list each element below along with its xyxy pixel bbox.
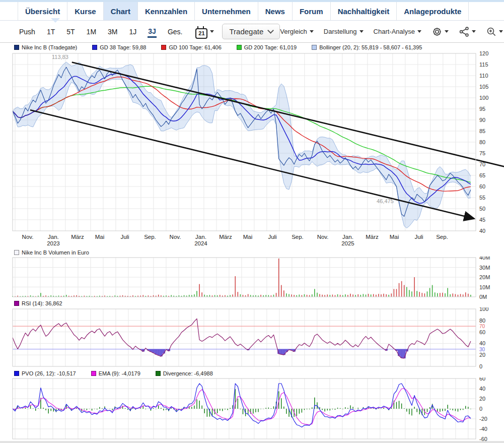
svg-text:46,475: 46,475 xyxy=(377,198,394,204)
legend-item: EMA (9): -4,0179 xyxy=(91,370,140,376)
legend-swatch xyxy=(14,371,19,376)
legend-item: Bollinger (20, 2): 55,819 - 58,607 - 61,… xyxy=(312,44,422,50)
gear-icon xyxy=(431,26,443,37)
chevron-down-icon xyxy=(210,30,214,33)
share-button[interactable] xyxy=(459,26,476,37)
svg-text:Sep.: Sep. xyxy=(436,234,448,240)
range-3m[interactable]: 3M xyxy=(107,26,118,38)
svg-text:45: 45 xyxy=(479,217,485,223)
range-selector: 1T5T1M3M1J3JGes. xyxy=(46,25,183,38)
svg-text:85: 85 xyxy=(479,128,485,134)
legend-item: Nike Inc B (Tradegate) xyxy=(14,44,77,50)
legend-label: GD 100 Tage: 61,406 xyxy=(169,44,221,50)
legend-label: RSI (14): 36,862 xyxy=(22,300,62,306)
zoom-button[interactable] xyxy=(486,26,503,37)
range-1t[interactable]: 1T xyxy=(46,26,55,38)
toolbar-right-group: VergleichDarstellungChart-Analyse xyxy=(280,26,504,37)
legend-label: EMA (9): -4,0179 xyxy=(99,370,140,376)
calendar-day-label: 21 xyxy=(195,28,207,39)
chevron-down-icon xyxy=(472,30,476,33)
range-ges[interactable]: Ges. xyxy=(167,26,183,38)
svg-text:Sep.: Sep. xyxy=(144,234,156,240)
tab-nachhaltigkeit[interactable]: Nachhaltigkeit xyxy=(331,2,397,20)
main-nav: ÜbersichtKurseChartKennzahlenUnternehmen… xyxy=(0,2,504,21)
range-5t[interactable]: 5T xyxy=(66,26,75,38)
svg-text:-40: -40 xyxy=(479,426,487,432)
svg-text:2023: 2023 xyxy=(47,240,60,246)
settings-button[interactable] xyxy=(431,26,449,37)
svg-text:2025: 2025 xyxy=(341,240,354,246)
legend-item: GD 100 Tage: 61,406 xyxy=(161,44,221,50)
rsi-legend: RSI (14): 36,862 xyxy=(0,299,504,307)
calendar-icon: 21 xyxy=(195,26,207,37)
exchange-select[interactable]: Tradegate xyxy=(222,24,280,39)
svg-text:40: 40 xyxy=(479,386,485,392)
chevron-down-icon xyxy=(267,27,274,34)
svg-text:Mai: Mai xyxy=(390,234,399,240)
svg-text:Mai: Mai xyxy=(95,234,105,240)
svg-text:50: 50 xyxy=(479,206,485,212)
menu-label: Vergleich xyxy=(280,28,307,35)
svg-text:70: 70 xyxy=(479,161,485,167)
legend-label: Nike Inc B (Tradegate) xyxy=(22,44,77,50)
svg-text:Juli: Juli xyxy=(120,234,129,240)
legend-label: Nike Inc B Volumen in Euro xyxy=(22,249,89,256)
range-3j[interactable]: 3J xyxy=(148,25,157,38)
legend-label: PVO (26, 12): -10,517 xyxy=(22,370,76,376)
range-1j[interactable]: 1J xyxy=(129,26,137,38)
tab-anlageprodukte[interactable]: Anlageprodukte xyxy=(397,2,469,20)
tab-kennzahlen[interactable]: Kennzahlen xyxy=(138,2,195,20)
svg-text:80: 80 xyxy=(479,139,485,145)
svg-text:110: 110 xyxy=(479,73,488,79)
menu-vergleich[interactable]: Vergleich xyxy=(280,28,313,35)
svg-text:Juli: Juli xyxy=(268,234,276,240)
legend-swatch xyxy=(14,250,19,255)
bottom-strip xyxy=(0,441,504,443)
menu-darstellung[interactable]: Darstellung xyxy=(324,28,364,35)
legend-swatch xyxy=(156,371,161,376)
tab-ubersicht[interactable]: Übersicht xyxy=(18,2,67,20)
svg-text:105: 105 xyxy=(479,84,488,90)
svg-text:0: 0 xyxy=(479,406,482,412)
push-toggle[interactable]: Push xyxy=(19,28,35,36)
price-chart-legend: Nike Inc B (Tradegate)GD 38 Tage: 59,88G… xyxy=(0,43,504,51)
legend-item: GD 200 Tage: 61,019 xyxy=(237,44,297,50)
svg-text:80: 80 xyxy=(479,318,485,324)
svg-text:-60: -60 xyxy=(479,436,487,441)
tab-forum[interactable]: Forum xyxy=(293,2,331,20)
svg-text:113,83: 113,83 xyxy=(52,54,68,60)
exchange-label: Tradegate xyxy=(229,27,263,36)
svg-text:Nov.: Nov. xyxy=(317,234,329,240)
zoom-in-icon xyxy=(486,26,497,37)
svg-text:Mai: Mai xyxy=(243,234,253,240)
svg-text:70: 70 xyxy=(479,324,485,329)
svg-text:Nov.: Nov. xyxy=(170,234,181,240)
tab-unternehmen[interactable]: Unternehmen xyxy=(195,2,258,20)
svg-text:65: 65 xyxy=(479,172,485,178)
volume-chart: 40M30M20M10M0M xyxy=(0,257,504,299)
menu-chart-analyse[interactable]: Chart-Analyse xyxy=(374,28,421,35)
tab-news[interactable]: News xyxy=(258,2,293,20)
svg-text:60: 60 xyxy=(479,329,485,335)
svg-text:95: 95 xyxy=(479,106,485,112)
chevron-down-icon xyxy=(359,30,364,33)
legend-label: GD 38 Tage: 59,88 xyxy=(100,44,146,50)
tab-kurse[interactable]: Kurse xyxy=(67,2,104,20)
svg-text:60: 60 xyxy=(479,377,485,382)
tab-chart[interactable]: Chart xyxy=(104,2,138,20)
legend-swatch xyxy=(237,45,242,50)
legend-swatch xyxy=(14,301,19,306)
svg-text:30: 30 xyxy=(479,347,485,352)
svg-text:-20: -20 xyxy=(479,416,487,422)
svg-text:90: 90 xyxy=(479,117,485,123)
chevron-down-icon xyxy=(310,30,314,33)
svg-text:0M: 0M xyxy=(479,294,487,299)
pvo-legend: PVO (26, 12): -10,517EMA (9): -4,0179Div… xyxy=(0,369,504,377)
legend-swatch xyxy=(161,45,166,50)
range-1m[interactable]: 1M xyxy=(86,26,97,38)
legend-item: RSI (14): 36,862 xyxy=(14,300,62,306)
legend-swatch xyxy=(312,45,317,50)
date-range-picker[interactable]: 21 xyxy=(195,26,214,37)
legend-item: Divergence: -6,4988 xyxy=(156,370,213,376)
price-chart[interactable]: 113,8346,4751201151101051009590858075706… xyxy=(0,51,504,248)
